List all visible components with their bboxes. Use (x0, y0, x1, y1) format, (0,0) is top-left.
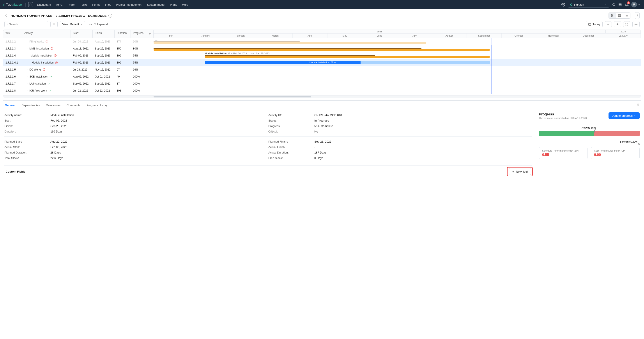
col-progress[interactable]: Progress (131, 30, 146, 38)
details-panel: GeneralDependenciesReferencesCommentsPro… (3, 100, 641, 179)
plus-icon (512, 170, 515, 173)
svg-point-7 (637, 15, 638, 16)
nav-item[interactable]: Terra (56, 3, 62, 6)
custom-fields-title: Custom Fields (6, 170, 26, 173)
progress-subtitle: The progress is indicated as of Sep 11, … (539, 117, 586, 119)
nav-item[interactable]: Forms (92, 3, 100, 6)
today-button[interactable]: Today (586, 21, 602, 27)
gantt-row[interactable]: 1.7.2.1.4.1 Module installation Feb 06, … (3, 59, 641, 66)
chevron-down-icon (634, 114, 636, 117)
month-label: December (571, 34, 606, 38)
detail-row: Duration:199 Days (4, 129, 268, 134)
search-icon[interactable] (612, 3, 616, 6)
logo-icon (4, 3, 5, 6)
gantt-scrollbar[interactable] (3, 96, 641, 98)
month-label: April (293, 34, 328, 38)
gantt-row[interactable]: 1.7.2.1.8 › ICR Area Work Jun 22, 2022 O… (3, 87, 641, 94)
gantt-row[interactable]: 1.7.2.1.5 › DC Works Jul 23, 2022 Nov 15… (3, 66, 641, 73)
table-view-button[interactable] (616, 13, 623, 18)
nav-item[interactable]: Project management (116, 3, 142, 6)
col-start[interactable]: Start (71, 30, 93, 38)
col-activity[interactable]: Activity (22, 30, 71, 38)
svg-rect-10 (588, 23, 591, 25)
gantt-row[interactable]: 1.7.2.1.2 › Piling Works Jun 04, 2022 Au… (3, 38, 641, 45)
detail-row: Critical:No (268, 129, 532, 134)
back-button[interactable] (4, 14, 8, 17)
nav-item[interactable]: Dashboard (37, 3, 51, 6)
tab-dependencies[interactable]: Dependencies (22, 102, 40, 109)
nav-item[interactable]: Therm (67, 3, 76, 6)
main-nav: DashboardTerraThermTasksFormsFilesProjec… (37, 3, 192, 6)
language-switcher[interactable]: EN (618, 3, 622, 6)
svg-rect-2 (611, 14, 612, 15)
zoom-out-button[interactable] (605, 21, 612, 27)
nav-more[interactable]: More (182, 3, 192, 6)
search-icon (7, 22, 8, 26)
gantt-row[interactable]: 1.7.2.1.7 › LA Installation Sep 06, 2022… (3, 80, 641, 87)
tab-comments[interactable]: Comments (66, 102, 80, 109)
detail-row: Planned Start:Aug 22, 2022 (4, 139, 268, 144)
tab-references[interactable]: References (46, 102, 60, 109)
nav-item[interactable]: Plans (170, 3, 177, 6)
svg-rect-3 (612, 15, 613, 16)
app-logo[interactable]: TaskMapper (4, 3, 23, 6)
settings-icon[interactable] (561, 3, 565, 6)
gantt-row[interactable]: 1.7.2.1.4 ⌄ Module Installation Feb 06, … (3, 52, 641, 59)
year-label: 2023 (154, 30, 606, 33)
month-label: ber (154, 34, 188, 38)
timeline-header: 2023 2024 berJanuaryFebruaryMarchAprilMa… (154, 30, 641, 38)
user-menu[interactable]: R (631, 2, 640, 8)
col-wbs[interactable]: WBS (3, 30, 22, 38)
nav-item[interactable]: Files (105, 3, 111, 6)
gantt-view-button[interactable] (609, 13, 616, 18)
avatar: R (631, 2, 637, 8)
divider (26, 3, 26, 6)
home-icon[interactable] (28, 2, 33, 7)
notifications-icon[interactable]: 1 (625, 3, 629, 6)
gantt-row[interactable]: 1.7.2.1.3 › MMS Installation Aug 11, 202… (3, 45, 641, 52)
brand-name-2: Mapper (12, 3, 23, 6)
fullscreen-button[interactable] (623, 21, 630, 27)
tab-progress-history[interactable]: Progress History (86, 102, 108, 109)
search-box[interactable] (4, 21, 48, 27)
filter-button[interactable] (50, 21, 58, 27)
add-column-button[interactable]: + (146, 30, 154, 38)
gantt-chart: WBS Activity Start Finish Duration Progr… (3, 30, 641, 98)
svg-point-11 (636, 24, 636, 25)
calendar-icon (588, 23, 591, 26)
month-label: August (432, 34, 467, 38)
more-menu[interactable] (635, 12, 640, 19)
svg-point-8 (637, 17, 638, 17)
col-duration[interactable]: Duration (114, 30, 131, 38)
update-progress-button[interactable]: Update progress (608, 112, 640, 119)
tab-general[interactable]: General (5, 102, 15, 109)
info-icon[interactable]: i (108, 14, 112, 18)
month-label: November (536, 34, 571, 38)
month-label: January (188, 34, 223, 38)
gantt-body[interactable]: 1.7.2.1.2 › Piling Works Jun 04, 2022 Au… (3, 38, 641, 96)
topbar: TaskMapper DashboardTerraThermTasksForms… (0, 0, 644, 9)
schedule-progress-label: Schedule 100% (539, 140, 638, 143)
gantt-settings-button[interactable] (632, 21, 640, 27)
detail-row: Free Slack:0 Days (268, 155, 532, 161)
project-name: Horizon (574, 3, 602, 6)
brand-name-1: Task (6, 3, 12, 6)
view-selector[interactable]: View: Default (60, 21, 85, 27)
project-picker[interactable]: Horizon (568, 2, 610, 8)
new-field-button[interactable]: New field (509, 168, 531, 175)
progress-panel: Progress The progress is indicated as of… (539, 112, 640, 176)
collapse-all-button[interactable]: Collapse all (89, 22, 108, 26)
list-view-button[interactable] (623, 13, 630, 18)
svg-point-6 (637, 14, 638, 15)
svg-point-9 (7, 24, 8, 24)
nav-item[interactable]: System model (147, 3, 165, 6)
month-label: October (502, 34, 536, 38)
search-input[interactable] (9, 22, 46, 26)
close-panel-button[interactable]: ✕ (636, 102, 640, 107)
project-dot-icon (570, 4, 572, 6)
gantt-row[interactable]: 1.7.2.1.6 › SCB Installation Aug 05, 202… (3, 73, 641, 80)
nav-item[interactable]: Tasks (80, 3, 88, 6)
col-finish[interactable]: Finish (93, 30, 114, 38)
zoom-in-button[interactable] (614, 21, 621, 27)
month-label: June (362, 34, 397, 38)
